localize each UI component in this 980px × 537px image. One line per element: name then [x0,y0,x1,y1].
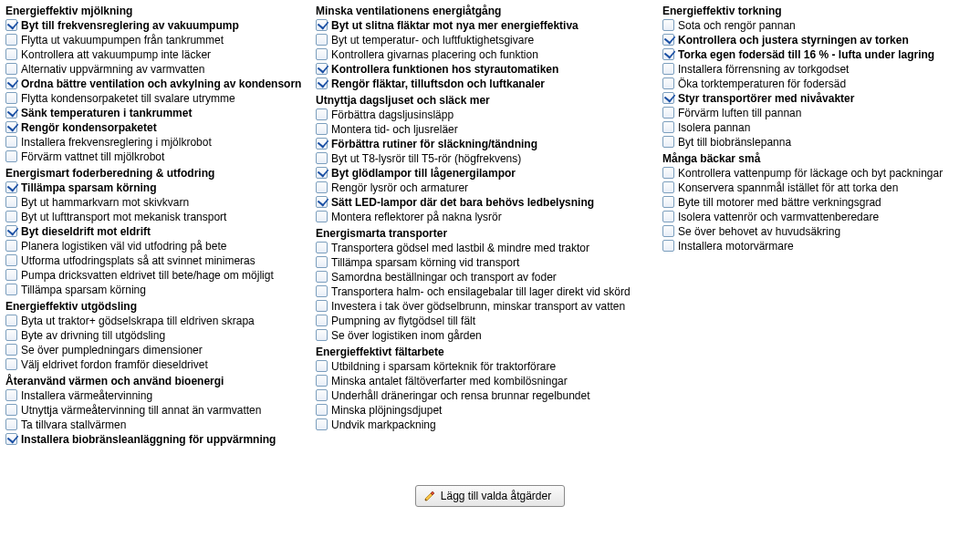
checkbox-item[interactable]: Tillämpa sparsam körning [5,181,307,195]
checkbox[interactable] [5,433,17,445]
checkbox-item[interactable]: Underhåll dräneringar och rensa brunnar … [316,388,653,403]
checkbox-item[interactable]: Flytta ut vakuumpumpen från tankrummet [5,33,307,47]
checkbox-item[interactable]: Kontrollera funktionen hos styrautomatik… [316,62,653,77]
checkbox[interactable] [662,121,674,133]
checkbox-item[interactable]: Sätt LED-lampor där det bara behövs ledb… [316,195,653,210]
checkbox-item[interactable]: Kontrollera och justera styrningen av to… [662,33,973,47]
checkbox[interactable] [662,167,674,179]
checkbox-item[interactable]: Montera tid- och ljusreläer [316,122,653,137]
checkbox[interactable] [5,136,17,148]
checkbox[interactable] [5,284,17,295]
checkbox-item[interactable]: Installera värmeåtervinning [5,388,307,403]
checkbox[interactable] [316,34,328,46]
checkbox-item[interactable]: Installera biobränsleanläggning för uppv… [5,432,307,447]
checkbox-item[interactable]: Se över pumpledningars dimensioner [5,343,307,357]
checkbox[interactable] [662,136,674,148]
checkbox[interactable] [5,358,17,370]
checkbox[interactable] [5,48,17,60]
checkbox[interactable] [5,19,17,31]
checkbox-item[interactable]: Pumpa dricksvatten eldrivet till bete/ha… [5,268,307,283]
checkbox-item[interactable]: Isolera vattenrör och varmvattenberedare [662,210,973,224]
checkbox[interactable] [5,315,17,326]
checkbox-item[interactable]: Byt ut temperatur- och luftfuktighetsgiv… [316,33,653,47]
checkbox-item[interactable]: Installera frekvensreglering i mjölkrobo… [5,135,307,150]
checkbox[interactable] [5,418,17,430]
checkbox[interactable] [662,225,674,237]
checkbox[interactable] [5,34,17,46]
checkbox-item[interactable]: Utbildning i sparsam körteknik för trakt… [316,359,653,374]
checkbox[interactable] [662,107,674,119]
checkbox-item[interactable]: Byt ut hammarkvarn mot skivkvarn [5,195,307,210]
checkbox-item[interactable]: Tillämpa sparsam körning [5,283,307,297]
checkbox-item[interactable]: Undvik markpackning [316,418,653,432]
checkbox-item[interactable]: Byt ut T8-lysrör till T5-rör (högfrekven… [316,151,653,166]
checkbox[interactable] [316,271,328,283]
checkbox-item[interactable]: Kontrollera vattenpump för läckage och b… [662,166,973,181]
checkbox[interactable] [662,181,674,193]
checkbox[interactable] [5,77,17,89]
checkbox[interactable] [316,181,328,193]
checkbox-item[interactable]: Se över behovet av huvudsäkring [662,224,973,239]
checkbox[interactable] [316,389,328,401]
checkbox-item[interactable]: Rengör kondensorpaketet [5,120,307,135]
checkbox-item[interactable]: Montera reflektorer på nakna lysrör [316,210,653,224]
checkbox[interactable] [316,123,328,135]
checkbox-item[interactable]: Transportera gödsel med lastbil & mindre… [316,241,653,255]
checkbox[interactable] [316,108,328,120]
checkbox[interactable] [662,92,674,104]
checkbox[interactable] [316,285,328,297]
checkbox[interactable] [5,329,17,341]
checkbox[interactable] [316,329,328,341]
checkbox[interactable] [5,107,17,119]
checkbox-item[interactable]: Ordna bättre ventilation och avkylning a… [5,77,307,91]
checkbox[interactable] [316,48,328,60]
checkbox[interactable] [5,404,17,416]
checkbox-item[interactable]: Kontrollera att vakuumpump inte läcker [5,47,307,62]
checkbox[interactable] [662,196,674,208]
checkbox[interactable] [5,181,17,193]
checkbox[interactable] [316,256,328,268]
checkbox[interactable] [5,211,17,222]
checkbox-item[interactable]: Se över logistiken inom gården [316,328,653,343]
checkbox-item[interactable]: Byte av drivning till utgödsling [5,328,307,343]
checkbox-item[interactable]: Isolera pannan [662,120,973,135]
checkbox-item[interactable]: Byt ut lufttransport mot mekanisk transp… [5,210,307,224]
checkbox[interactable] [5,225,17,237]
checkbox[interactable] [316,242,328,253]
checkbox[interactable] [316,77,328,89]
checkbox[interactable] [316,404,328,416]
checkbox-item[interactable]: Förvärm vattnet till mjölkrobot [5,150,307,164]
checkbox[interactable] [316,138,328,150]
checkbox[interactable] [5,269,17,281]
checkbox[interactable] [5,92,17,104]
checkbox-item[interactable]: Minska plöjningsdjupet [316,403,653,418]
checkbox-item[interactable]: Ta tillvara stallvärmen [5,418,307,432]
checkbox[interactable] [5,344,17,356]
checkbox[interactable] [662,63,674,75]
checkbox[interactable] [316,152,328,164]
checkbox-item[interactable]: Förbättra dagsljusinsläpp [316,108,653,122]
checkbox-item[interactable]: Byt dieseldrift mot eldrift [5,224,307,239]
checkbox-item[interactable]: Förvärm luften till pannan [662,106,973,120]
checkbox-item[interactable]: Samordna beställningar och transport av … [316,270,653,284]
checkbox-item[interactable]: Byt till frekvensreglering av vakuumpump [5,18,307,33]
checkbox[interactable] [662,211,674,222]
checkbox[interactable] [316,167,328,179]
checkbox-item[interactable]: Investera i tak över gödselbrunn, minska… [316,299,653,314]
checkbox[interactable] [316,315,328,326]
checkbox[interactable] [662,34,674,46]
checkbox-item[interactable]: Installera förrensning av torkgodset [662,62,973,77]
checkbox-item[interactable]: Sänk temperaturen i tankrummet [5,106,307,120]
checkbox[interactable] [5,389,17,401]
checkbox[interactable] [316,300,328,312]
checkbox[interactable] [5,63,17,75]
checkbox-item[interactable]: Välj eldrivet fordon framför dieseldrive… [5,357,307,372]
checkbox-item[interactable]: Byte till motorer med bättre verkningsgr… [662,195,973,210]
add-selected-button[interactable]: Lägg till valda åtgärder [415,485,565,507]
checkbox[interactable] [316,63,328,75]
checkbox-item[interactable]: Sota och rengör pannan [662,18,973,33]
checkbox-item[interactable]: Tillämpa sparsam körning vid transport [316,255,653,270]
checkbox-item[interactable]: Byt ut slitna fläktar mot nya mer energi… [316,18,653,33]
checkbox[interactable] [316,196,328,208]
checkbox-item[interactable]: Transportera halm- och ensilagebalar til… [316,284,653,299]
